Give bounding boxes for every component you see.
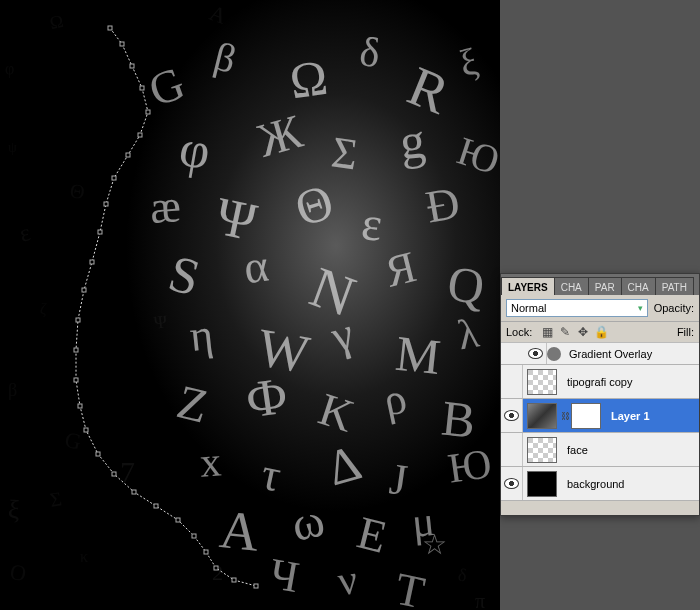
link-icon[interactable]: ⛓ [561, 411, 567, 421]
layer-label: face [567, 444, 699, 456]
blend-mode-value: Normal [511, 302, 546, 314]
layer-thumbnail[interactable] [527, 403, 557, 429]
blend-mode-select[interactable]: Normal ▾ [506, 299, 648, 317]
svg-rect-19 [132, 490, 136, 494]
pen-selection-path[interactable] [0, 0, 500, 610]
blend-row: Normal ▾ Opacity: [501, 295, 699, 322]
tab-character[interactable]: CHA [621, 277, 656, 295]
layers-panel: LAYERS CHA PAR CHA PATH Normal ▾ Opacity… [500, 273, 700, 516]
mask-thumbnail[interactable] [571, 403, 601, 429]
svg-rect-4 [146, 110, 150, 114]
layer-thumbnail[interactable] [527, 437, 557, 463]
layer-thumbnail[interactable] [527, 471, 557, 497]
svg-rect-2 [130, 64, 134, 68]
svg-rect-3 [140, 86, 144, 90]
effect-gradient-overlay[interactable]: Gradient Overlay [501, 343, 699, 365]
svg-rect-15 [78, 404, 82, 408]
effect-label: Gradient Overlay [569, 348, 699, 360]
layer-label: Layer 1 [611, 410, 699, 422]
tab-paths[interactable]: PATH [655, 277, 694, 295]
svg-rect-14 [74, 378, 78, 382]
layer-row-tipografi-copy[interactable]: tipografi copy [501, 365, 699, 399]
face-artwork [0, 0, 500, 610]
effect-icon [547, 347, 561, 361]
tab-paragraphs[interactable]: PAR [588, 277, 622, 295]
tab-channels[interactable]: CHA [554, 277, 589, 295]
svg-rect-24 [214, 566, 218, 570]
lock-move-icon[interactable]: ✥ [576, 325, 590, 339]
svg-rect-5 [138, 133, 142, 137]
opacity-label: Opacity: [654, 302, 694, 314]
tab-layers[interactable]: LAYERS [501, 277, 555, 295]
visibility-toggle[interactable] [501, 467, 523, 500]
panel-tabs: LAYERS CHA PAR CHA PATH [501, 274, 699, 295]
lock-full-icon[interactable]: 🔒 [594, 325, 608, 339]
svg-rect-25 [232, 578, 236, 582]
layer-row-face[interactable]: face [501, 433, 699, 467]
svg-rect-16 [84, 428, 88, 432]
svg-rect-22 [192, 534, 196, 538]
right-dock: LAYERS CHA PAR CHA PATH Normal ▾ Opacity… [500, 0, 700, 610]
visibility-toggle[interactable] [501, 433, 523, 466]
lock-transparent-icon[interactable]: ▦ [540, 325, 554, 339]
svg-rect-6 [126, 153, 130, 157]
svg-rect-9 [98, 230, 102, 234]
svg-rect-26 [254, 584, 258, 588]
svg-rect-18 [112, 472, 116, 476]
layer-row-layer-1[interactable]: ⛓Layer 1 [501, 399, 699, 433]
svg-rect-13 [74, 348, 78, 352]
svg-rect-21 [176, 518, 180, 522]
layer-label: tipografi copy [567, 376, 699, 388]
lock-row: Lock: ▦ ✎ ✥ 🔒 Fill: [501, 322, 699, 343]
layer-list: Gradient Overlay tipografi copy⛓Layer 1f… [501, 343, 699, 515]
layer-row-background[interactable]: background [501, 467, 699, 501]
svg-rect-0 [108, 26, 112, 30]
visibility-toggle[interactable] [501, 365, 523, 398]
chevron-down-icon: ▾ [638, 303, 643, 313]
face-typography: GβΩδRξφЖΣgЮæΨΘεÐSαNЯQηWγMλZФKρBxτΔJЮAωEμ… [0, 0, 500, 610]
layer-label: background [567, 478, 699, 490]
svg-rect-20 [154, 504, 158, 508]
svg-rect-11 [82, 288, 86, 292]
layer-thumbnail[interactable] [527, 369, 557, 395]
svg-rect-7 [112, 176, 116, 180]
svg-rect-12 [76, 318, 80, 322]
svg-rect-17 [96, 452, 100, 456]
svg-rect-8 [104, 202, 108, 206]
fill-label: Fill: [677, 326, 694, 338]
svg-rect-1 [120, 42, 124, 46]
canvas[interactable]: ΩAφΘε7ξΣO2πψζGΨβκδ GβΩδRξφЖΣgЮæΨΘεÐSαNЯQ… [0, 0, 500, 610]
visibility-toggle[interactable] [501, 399, 523, 432]
lock-label: Lock: [506, 326, 532, 338]
lock-brush-icon[interactable]: ✎ [558, 325, 572, 339]
visibility-toggle[interactable] [525, 343, 547, 364]
background-typography: ΩAφΘε7ξΣO2πψζGΨβκδ [0, 0, 500, 610]
svg-rect-10 [90, 260, 94, 264]
svg-rect-23 [204, 550, 208, 554]
